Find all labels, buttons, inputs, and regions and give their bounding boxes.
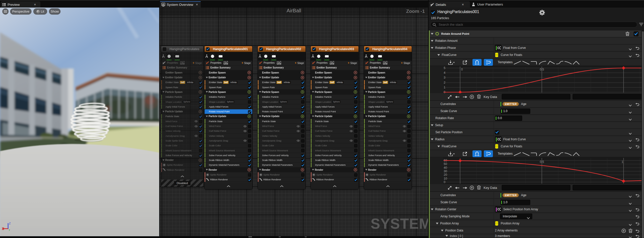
svg-text:2: 2 [444, 81, 445, 84]
svg-text:40: 40 [444, 166, 447, 169]
svg-text:0.5: 0.5 [540, 68, 544, 71]
svg-text:0.5: 0.5 [540, 160, 544, 164]
svg-text:CPU: CPU [223, 62, 228, 64]
svg-text:10: 10 [444, 177, 447, 180]
svg-text:30: 30 [444, 169, 447, 173]
svg-text:y: y [9, 228, 10, 231]
svg-text:0: 0 [444, 180, 445, 184]
svg-text:CPU: CPU [277, 62, 281, 64]
svg-text:0: 0 [444, 90, 445, 93]
svg-text:50: 50 [444, 162, 447, 166]
svg-text:20: 20 [444, 173, 447, 177]
svg-text:1: 1 [444, 86, 445, 89]
svg-text:4: 4 [444, 71, 445, 75]
svg-text:CPU: CPU [383, 62, 387, 64]
svg-text:3: 3 [444, 76, 445, 79]
svg-text:5: 5 [444, 66, 445, 70]
svg-text:0: 0 [461, 68, 463, 71]
svg-text:Z: Z [9, 222, 11, 225]
svg-text:CPU: CPU [180, 62, 185, 64]
svg-text:CPU: CPU [330, 62, 334, 64]
svg-text:1: 1 [622, 160, 623, 164]
